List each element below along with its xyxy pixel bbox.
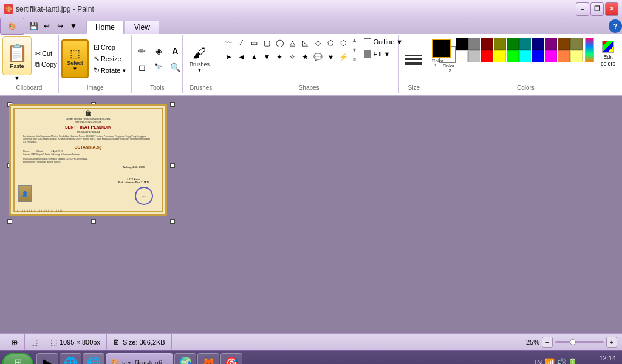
- restore-button[interactable]: ❐: [590, 2, 604, 16]
- start-button[interactable]: ⊞: [2, 353, 33, 365]
- color-swatch-15[interactable]: [519, 50, 531, 62]
- quick-undo-button[interactable]: ↩: [40, 19, 53, 33]
- tab-home[interactable]: Home: [86, 21, 124, 34]
- pencil-tool[interactable]: ✏: [134, 43, 150, 59]
- shape-4arrow[interactable]: ✦: [273, 50, 286, 64]
- color-swatch-9[interactable]: [570, 38, 583, 50]
- shape-rectangle[interactable]: ▭: [247, 36, 261, 50]
- fill-tool[interactable]: ◈: [151, 43, 166, 59]
- zoom-slider[interactable]: [555, 341, 604, 343]
- taskbar-globe-button[interactable]: 🌍: [174, 353, 196, 365]
- copy-button[interactable]: ⧉ Copy: [33, 59, 60, 70]
- shape-right-triangle[interactable]: ◺: [298, 36, 312, 50]
- text-tool[interactable]: A: [167, 43, 183, 59]
- shape-star5[interactable]: ★: [298, 50, 312, 64]
- minimize-button[interactable]: −: [576, 2, 589, 16]
- shape-triangle[interactable]: △: [285, 36, 299, 50]
- taskbar-browser1-button[interactable]: 🌐: [60, 353, 81, 365]
- shape-freeform[interactable]: 〰: [222, 36, 235, 50]
- zoom-in-button[interactable]: +: [606, 337, 617, 348]
- copy-icon: ⧉: [35, 61, 40, 69]
- taskbar-app-button[interactable]: 🎯: [220, 353, 242, 365]
- shapes-scroll-all[interactable]: ≡: [350, 56, 358, 63]
- image-items: ⬚ Select ▼ ⊡ Crop ⤡ Resize ↻: [61, 36, 129, 81]
- shape-diamond[interactable]: ◇: [311, 36, 324, 50]
- colors-group-label: Colors: [432, 83, 620, 92]
- resize-button[interactable]: ⤡ Resize: [91, 53, 129, 64]
- color-swatch-18[interactable]: [558, 50, 570, 62]
- taskbar-paint-button[interactable]: 🎨 sertifikat-tanti...: [106, 353, 173, 365]
- imagesize-icon: ⬚: [50, 338, 57, 346]
- select-button[interactable]: ⬚ Select ▼: [61, 39, 89, 78]
- clipboard-group-label: Clipboard: [2, 83, 56, 92]
- edit-colors-button[interactable]: Edit colors: [596, 38, 620, 70]
- color-picker-tool[interactable]: 🔭: [151, 59, 166, 75]
- cut-button[interactable]: ✂ Cut: [33, 49, 60, 59]
- size-line-4[interactable]: [405, 62, 422, 65]
- shape-arrow-left[interactable]: ◄: [234, 50, 248, 64]
- shape-heart[interactable]: ♥: [324, 50, 337, 64]
- shape-line[interactable]: ∕: [234, 36, 248, 50]
- color1-button[interactable]: [432, 39, 451, 58]
- color-swatch-12[interactable]: [481, 50, 493, 62]
- app-menu-button[interactable]: 🎨: [0, 18, 24, 35]
- zoom-out-button[interactable]: −: [542, 337, 553, 348]
- firefox-icon: 🦊: [202, 356, 215, 365]
- color-swatch-1[interactable]: [468, 38, 480, 50]
- color2-number: 2: [449, 68, 451, 73]
- shape-arrow-right[interactable]: ➤: [222, 50, 235, 64]
- color-swatch-10[interactable]: [456, 50, 468, 62]
- shape-star4[interactable]: ✧: [285, 50, 299, 64]
- color-swatch-6[interactable]: [532, 38, 544, 50]
- color-swatch-8[interactable]: [558, 38, 570, 50]
- color-swatch-19[interactable]: [570, 50, 583, 62]
- quick-redo-button[interactable]: ↪: [53, 19, 67, 33]
- color-swatch-16[interactable]: [532, 50, 544, 62]
- paste-button[interactable]: 📋 Paste: [2, 36, 32, 75]
- color-swatch-4[interactable]: [507, 38, 519, 50]
- size-line-3[interactable]: [405, 58, 422, 60]
- tab-view[interactable]: View: [125, 21, 159, 34]
- shape-hexagon[interactable]: ⬡: [337, 36, 350, 50]
- shape-callout[interactable]: 💬: [311, 50, 324, 64]
- quick-save-button[interactable]: 💾: [27, 19, 40, 33]
- color-swatch-2[interactable]: [481, 38, 493, 50]
- color-swatch-17[interactable]: [545, 50, 557, 62]
- shape-ellipse[interactable]: ◯: [273, 36, 286, 50]
- shapes-scroll-down[interactable]: ▼: [350, 46, 358, 53]
- quick-access-arrow[interactable]: ▼: [67, 19, 80, 33]
- special-gradient-swatch[interactable]: [585, 38, 594, 62]
- shape-arrow-down[interactable]: ▼: [260, 50, 273, 64]
- shape-arrow-up[interactable]: ▲: [247, 50, 261, 64]
- shape-pentagon[interactable]: ⬠: [324, 36, 337, 50]
- rotate-button[interactable]: ↻ Rotate ▼: [91, 65, 129, 76]
- color-swatch-3[interactable]: [494, 38, 506, 50]
- canvas-area[interactable]: 🏛 DEPARTEMEN PENDIDIKAN NASIONALREPUBLIK…: [0, 96, 622, 333]
- color-swatch-13[interactable]: [494, 50, 506, 62]
- brushes-group: 🖌 Brushes ▼ Brushes: [183, 35, 219, 93]
- zoom-tool[interactable]: 🔍: [167, 59, 183, 75]
- taskbar-browser2-button[interactable]: 🌐: [83, 353, 104, 365]
- help-button[interactable]: ?: [609, 19, 622, 33]
- taskbar-ff-button[interactable]: 🦊: [197, 353, 219, 365]
- paste-arrow-button[interactable]: ▼: [15, 75, 20, 81]
- crop-button[interactable]: ⊡ Crop: [91, 42, 129, 53]
- shape-rounded-rect[interactable]: ▢: [260, 36, 273, 50]
- color-swatch-7[interactable]: [545, 38, 557, 50]
- cert-content: 🏛 DEPARTEMEN PENDIDIKAN NASIONALREPUBLIK…: [15, 109, 162, 185]
- brushes-button[interactable]: 🖌 Brushes ▼: [185, 39, 213, 78]
- color-swatch-5[interactable]: [519, 38, 531, 50]
- shapes-scroll-up[interactable]: ▲: [350, 36, 358, 44]
- color-swatch-11[interactable]: [468, 50, 480, 62]
- network-icon[interactable]: 📶: [544, 358, 555, 365]
- taskbar-media-button[interactable]: ▶: [36, 353, 58, 365]
- color-swatch-0[interactable]: [456, 38, 468, 50]
- volume-icon[interactable]: 🔊: [556, 358, 566, 365]
- size-line-1[interactable]: [405, 53, 422, 53]
- color-swatch-14[interactable]: [507, 50, 519, 62]
- image-group: ⬚ Select ▼ ⊡ Crop ⤡ Resize ↻: [59, 35, 132, 93]
- close-button[interactable]: ✕: [605, 2, 618, 16]
- eraser-tool[interactable]: ◻: [134, 59, 150, 75]
- shape-lightning[interactable]: ⚡: [337, 50, 350, 64]
- size-line-2[interactable]: [405, 55, 422, 56]
